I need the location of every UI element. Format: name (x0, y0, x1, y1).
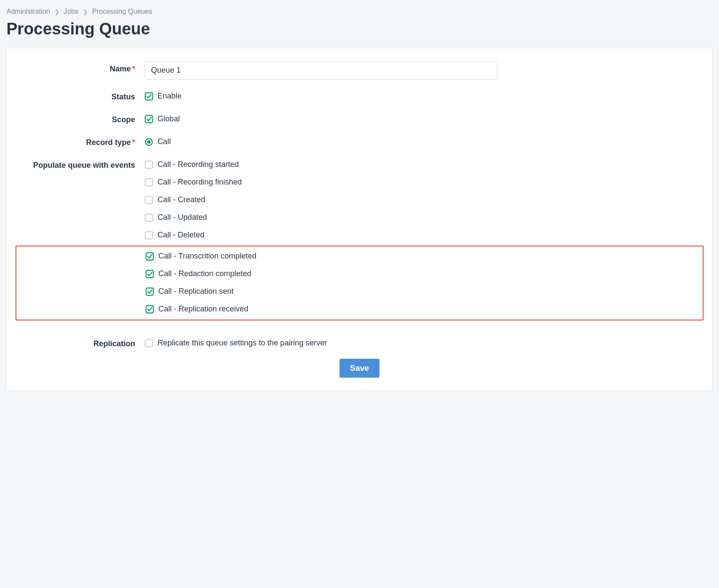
status-label: Status (15, 89, 145, 102)
event-checkbox[interactable] (145, 270, 154, 278)
svg-rect-5 (145, 179, 153, 186)
checkbox-checked-icon (145, 252, 154, 261)
event-label: Call - Deleted (157, 231, 204, 240)
scope-label: Scope (15, 112, 145, 124)
checkbox-unchecked-icon (145, 196, 153, 204)
scope-option-label: Global (157, 114, 180, 123)
name-label: Name* (15, 61, 145, 74)
events-list: Call - Recording started Call - Recordin… (145, 157, 704, 326)
event-item: Call - Updated (145, 213, 704, 222)
svg-rect-7 (145, 214, 153, 221)
event-label: Call - Redaction completed (158, 269, 251, 278)
event-item: Call - Recording started (145, 160, 704, 169)
event-item: Call - Replication received (145, 305, 696, 314)
checkbox-checked-icon (145, 305, 154, 314)
page-title: Processing Queue (6, 20, 713, 38)
record-type-radio-call[interactable] (145, 138, 153, 146)
save-button[interactable]: Save (339, 359, 379, 378)
event-item: Call - Recording finished (145, 178, 704, 187)
checkbox-unchecked-icon (145, 231, 153, 240)
replication-checkbox[interactable] (145, 339, 153, 348)
event-checkbox[interactable] (145, 252, 154, 261)
checkbox-unchecked-icon (145, 339, 153, 348)
event-checkbox[interactable] (145, 231, 153, 240)
name-input[interactable] (145, 61, 497, 80)
svg-rect-4 (145, 161, 153, 168)
scope-checkbox[interactable] (145, 115, 153, 123)
event-checkbox[interactable] (145, 287, 154, 296)
record-type-option-label: Call (157, 137, 171, 146)
svg-rect-8 (145, 231, 153, 239)
form-panel: Name* Status Enable Scope (6, 48, 713, 391)
breadcrumb-item-jobs[interactable]: Jobs (64, 8, 78, 15)
status-checkbox[interactable] (145, 92, 153, 101)
svg-point-3 (147, 140, 151, 144)
event-label: Call - Updated (157, 213, 207, 222)
event-checkbox[interactable] (145, 305, 154, 314)
checkbox-checked-icon (145, 270, 154, 278)
event-label: Call - Replication sent (158, 287, 234, 296)
checkbox-unchecked-icon (145, 160, 153, 169)
event-label: Call - Created (157, 195, 205, 204)
record-type-label: Record type* (15, 135, 145, 147)
radio-selected-icon (145, 138, 153, 146)
event-item: Call - Deleted (145, 231, 704, 240)
highlighted-events-box: Call - Transcrition completed Call - Red… (15, 246, 704, 320)
replication-option-label: Replicate this queue settings to the pai… (157, 339, 327, 348)
event-label: Call - Transcrition completed (158, 252, 256, 261)
event-item: Call - Created (145, 195, 704, 204)
event-checkbox[interactable] (145, 160, 153, 169)
event-item: Call - Transcrition completed (145, 252, 696, 261)
breadcrumb: Administration ❯ Jobs ❯ Processing Queue… (6, 8, 713, 15)
breadcrumb-item-administration[interactable]: Administration (6, 8, 50, 15)
events-label: Populate queue with events (15, 157, 145, 170)
event-label: Call - Recording started (157, 160, 239, 169)
chevron-right-icon: ❯ (55, 9, 59, 15)
checkbox-unchecked-icon (145, 213, 153, 222)
breadcrumb-item-processing-queues[interactable]: Processing Queues (92, 8, 152, 15)
status-option-label: Enable (157, 92, 182, 101)
event-checkbox[interactable] (145, 213, 153, 222)
event-label: Call - Replication received (158, 305, 248, 314)
checkbox-unchecked-icon (145, 178, 153, 187)
event-checkbox[interactable] (145, 196, 153, 204)
svg-rect-13 (145, 339, 153, 347)
event-label: Call - Recording finished (157, 178, 242, 187)
event-item: Call - Redaction completed (145, 269, 696, 278)
chevron-right-icon: ❯ (83, 9, 88, 15)
checkbox-checked-icon (145, 287, 154, 296)
checkbox-checked-icon (145, 115, 153, 123)
svg-rect-6 (145, 196, 153, 203)
replication-label: Replication (15, 336, 145, 348)
event-checkbox[interactable] (145, 178, 153, 187)
event-item: Call - Replication sent (145, 287, 696, 296)
checkbox-checked-icon (145, 92, 153, 101)
